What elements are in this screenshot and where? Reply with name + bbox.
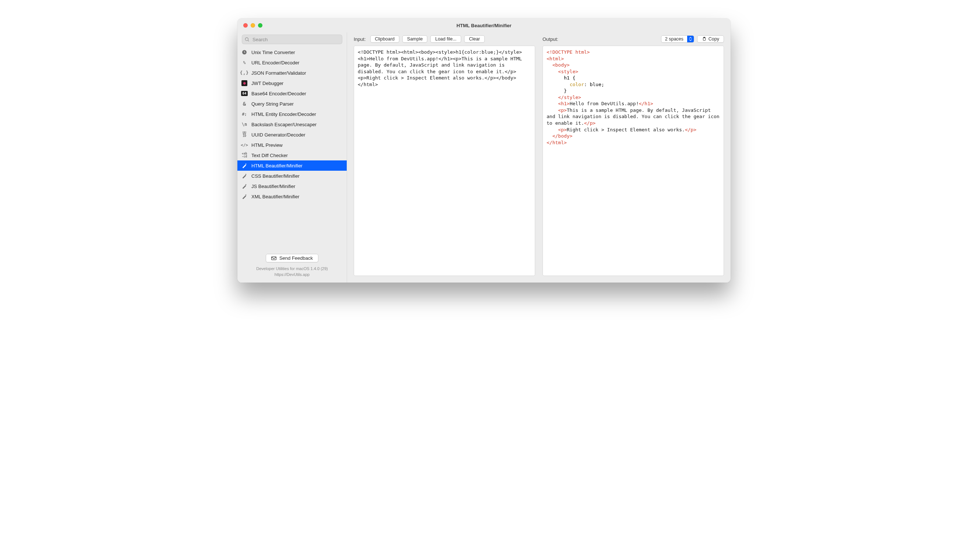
load-file-button[interactable]: Load file... bbox=[430, 35, 461, 43]
sidebar-item-label: Unix Time Converter bbox=[251, 50, 295, 55]
wand-out-icon bbox=[241, 172, 248, 179]
tools-list: Unix Time Converter%URL Encoder/Decoder{… bbox=[237, 47, 347, 251]
sidebar-item-label: HTML Beautifier/Minifier bbox=[251, 163, 303, 169]
sidebar-item-label: Query String Parser bbox=[251, 101, 294, 107]
sidebar-item-html-preview[interactable]: </>HTML Preview bbox=[237, 140, 347, 150]
b64-icon: 64 bbox=[241, 90, 248, 97]
sidebar: Unix Time Converter%URL Encoder/Decoder{… bbox=[237, 32, 347, 283]
app-window: HTML Beautifier/Minifier Unix Time Con bbox=[237, 18, 731, 283]
sidebar-item-label: XML Beautifier/Minifier bbox=[251, 194, 299, 199]
sidebar-item-backslash-escaper-unescaper[interactable]: \nBackslash Escaper/Unescaper bbox=[237, 119, 347, 129]
meta-link: https://DevUtils.app bbox=[237, 272, 347, 277]
sidebar-item-label: JS Beautifier/Minifier bbox=[251, 184, 295, 189]
braces-icon: {,} bbox=[241, 70, 248, 76]
send-feedback-label: Send Feedback bbox=[279, 255, 313, 261]
search-icon bbox=[244, 37, 250, 42]
sidebar-item-label: Text Diff Checker bbox=[251, 153, 288, 158]
svg-rect-3 bbox=[272, 257, 277, 260]
output-pane: Output: 2 spaces bbox=[542, 35, 724, 276]
indent-select[interactable]: 2 spaces bbox=[661, 35, 694, 43]
wand-out-icon bbox=[241, 193, 248, 200]
sidebar-item-text-diff-checker[interactable]: +ab-cdText Diff Checker bbox=[237, 150, 347, 161]
send-feedback-button[interactable]: Send Feedback bbox=[266, 254, 318, 262]
wand-icon bbox=[241, 162, 248, 169]
sidebar-item-label: Base64 Encoder/Decoder bbox=[251, 91, 306, 96]
sidebar-item-jwt-debugger[interactable]: ✽JWT Debugger bbox=[237, 78, 347, 88]
indent-select-label: 2 spaces bbox=[661, 36, 687, 42]
copy-label: Copy bbox=[708, 36, 719, 41]
bslash-icon: \n bbox=[241, 121, 248, 128]
sidebar-item-label: URL Encoder/Decoder bbox=[251, 60, 299, 66]
minimize-icon[interactable] bbox=[251, 23, 255, 28]
diff-icon: +ab-cd bbox=[241, 152, 248, 159]
clear-button[interactable]: Clear bbox=[464, 35, 485, 43]
sidebar-item-url-encoder-decoder[interactable]: %URL Encoder/Decoder bbox=[237, 57, 347, 68]
percent-icon: % bbox=[241, 59, 248, 66]
svg-line-1 bbox=[248, 40, 249, 41]
search-input[interactable] bbox=[252, 36, 340, 43]
sidebar-item-label: CSS Beautifier/Minifier bbox=[251, 173, 300, 179]
clock-icon bbox=[241, 49, 248, 56]
title-bar: HTML Beautifier/Minifier bbox=[237, 18, 731, 32]
hash-icon: #; bbox=[241, 111, 248, 118]
input-label: Input: bbox=[354, 36, 367, 42]
sidebar-item-html-entity-encoder-decoder[interactable]: #;HTML Entity Encoder/Decoder bbox=[237, 109, 347, 119]
sidebar-item-unix-time-converter[interactable]: Unix Time Converter bbox=[237, 47, 347, 57]
traffic-lights bbox=[237, 23, 262, 28]
sample-button[interactable]: Sample bbox=[402, 35, 427, 43]
window-title: HTML Beautifier/Minifier bbox=[237, 23, 731, 28]
jwt-icon: ✽ bbox=[241, 80, 248, 86]
sidebar-item-label: Backslash Escaper/Unescaper bbox=[251, 122, 317, 127]
sidebar-item-uuid-generator-decoder[interactable]: UUIDUUID Generator/Decoder bbox=[237, 129, 347, 140]
input-textarea[interactable]: <!DOCTYPE html><html><body><style>h1{col… bbox=[354, 46, 535, 276]
sidebar-item-label: UUID Generator/Decoder bbox=[251, 132, 305, 138]
sidebar-item-xml-beautifier-minifier[interactable]: XML Beautifier/Minifier bbox=[237, 191, 347, 202]
mail-icon bbox=[271, 257, 277, 260]
sidebar-item-label: HTML Preview bbox=[251, 142, 283, 148]
sidebar-item-label: JWT Debugger bbox=[251, 81, 283, 86]
copy-button[interactable]: Copy bbox=[697, 35, 724, 43]
sidebar-item-css-beautifier-minifier[interactable]: CSS Beautifier/Minifier bbox=[237, 171, 347, 181]
meta-version: Developer Utilities for macOS 1.4.0 (29) bbox=[237, 266, 347, 272]
main-area: Input: Clipboard Sample Load file... Cle… bbox=[347, 32, 731, 283]
svg-rect-5 bbox=[703, 37, 705, 38]
output-label: Output: bbox=[542, 36, 560, 42]
clipboard-button[interactable]: Clipboard bbox=[370, 35, 400, 43]
output-view[interactable]: <!DOCTYPE html> <html> <body> <style> h1… bbox=[542, 46, 724, 276]
sidebar-item-json-formatter-validator[interactable]: {,}JSON Formatter/Validator bbox=[237, 68, 347, 78]
stepper-icon bbox=[687, 36, 694, 42]
amp-icon: & bbox=[241, 101, 248, 107]
sidebar-item-query-string-parser[interactable]: &Query String Parser bbox=[237, 99, 347, 109]
sidebar-item-js-beautifier-minifier[interactable]: JS Beautifier/Minifier bbox=[237, 181, 347, 191]
close-icon[interactable] bbox=[243, 23, 248, 28]
uuid-icon: UUID bbox=[241, 131, 248, 138]
sidebar-item-label: JSON Formatter/Validator bbox=[251, 70, 306, 76]
sidebar-item-label: HTML Entity Encoder/Decoder bbox=[251, 111, 316, 117]
sidebar-item-html-beautifier-minifier[interactable]: HTML Beautifier/Minifier bbox=[237, 161, 347, 171]
zoom-icon[interactable] bbox=[258, 23, 262, 28]
input-pane: Input: Clipboard Sample Load file... Cle… bbox=[354, 35, 535, 276]
search-field[interactable] bbox=[242, 35, 342, 44]
clipboard-icon bbox=[702, 37, 706, 41]
wand-out-icon bbox=[241, 183, 248, 189]
sidebar-footer: Send Feedback Developer Utilities for ma… bbox=[237, 251, 347, 283]
svg-point-0 bbox=[245, 38, 248, 40]
code-icon: </> bbox=[241, 142, 248, 148]
sidebar-item-base64-encoder-decoder[interactable]: 64Base64 Encoder/Decoder bbox=[237, 88, 347, 99]
